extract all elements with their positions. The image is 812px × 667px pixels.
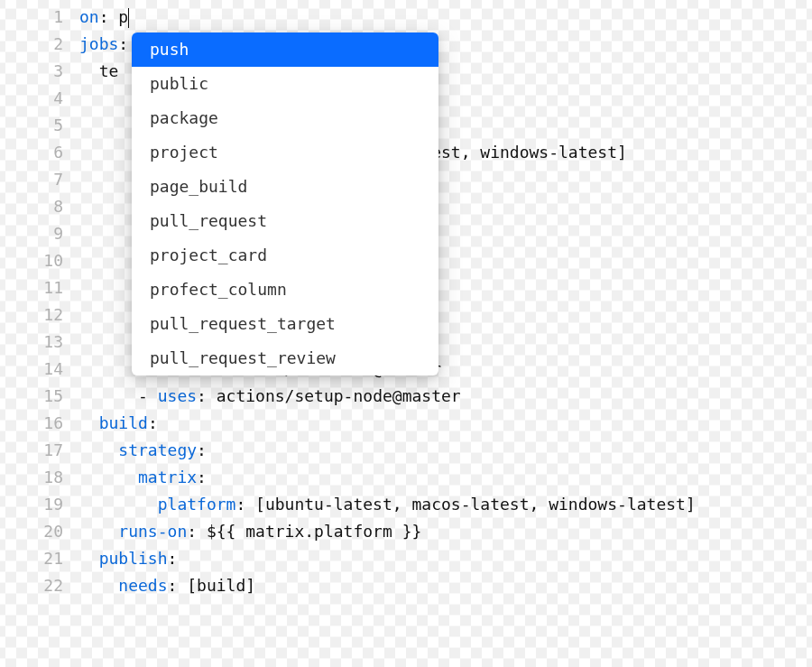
code-line[interactable]: 16 build: — [0, 410, 812, 437]
autocomplete-item[interactable]: project — [132, 135, 438, 170]
autocomplete-item[interactable]: profect_column — [132, 273, 438, 307]
autocomplete-item[interactable]: push — [132, 32, 438, 67]
code-content[interactable]: matrix: — [79, 464, 207, 491]
code-line[interactable]: 1on: p — [0, 4, 812, 31]
code-content[interactable]: - uses: actions/setup-node@master — [79, 383, 461, 410]
line-number: 16 — [0, 410, 79, 437]
line-number: 15 — [0, 383, 79, 410]
code-content[interactable]: strategy: — [79, 437, 207, 464]
line-number: 13 — [0, 329, 79, 356]
code-line[interactable]: 22 needs: [build] — [0, 572, 812, 599]
code-content[interactable]: publish: — [79, 545, 177, 572]
line-number: 19 — [0, 491, 79, 518]
code-content[interactable]: needs: [build] — [79, 572, 255, 599]
autocomplete-item[interactable]: public — [132, 67, 438, 101]
line-number: 7 — [0, 166, 79, 193]
code-content[interactable]: platform: [ubuntu-latest, macos-latest, … — [79, 491, 696, 518]
line-number: 17 — [0, 437, 79, 464]
code-content[interactable]: te — [79, 58, 118, 85]
code-line[interactable]: 19 platform: [ubuntu-latest, macos-lates… — [0, 491, 812, 518]
autocomplete-item[interactable]: page_build — [132, 170, 438, 204]
autocomplete-item[interactable]: package — [132, 101, 438, 135]
autocomplete-item[interactable]: pull_request_review — [132, 341, 438, 375]
line-number: 1 — [0, 4, 79, 31]
line-number: 3 — [0, 58, 79, 85]
line-number: 2 — [0, 31, 79, 58]
text-cursor — [128, 8, 129, 28]
line-number: 22 — [0, 572, 79, 599]
code-content[interactable]: runs-on: ${{ matrix.platform }} — [79, 518, 421, 545]
autocomplete-item[interactable]: project_card — [132, 238, 438, 273]
autocomplete-item[interactable]: pull_request_target — [132, 307, 438, 341]
line-number: 21 — [0, 545, 79, 572]
code-content[interactable]: on: p — [79, 4, 129, 31]
code-line[interactable]: 21 publish: — [0, 545, 812, 572]
line-number: 12 — [0, 301, 79, 329]
line-number: 4 — [0, 85, 79, 112]
line-number: 20 — [0, 518, 79, 545]
code-line[interactable]: 18 matrix: — [0, 464, 812, 491]
code-line[interactable]: 20 runs-on: ${{ matrix.platform }} — [0, 518, 812, 545]
line-number: 8 — [0, 193, 79, 220]
code-line[interactable]: 17 strategy: — [0, 437, 812, 464]
line-number: 18 — [0, 464, 79, 491]
line-number: 5 — [0, 112, 79, 139]
code-content[interactable]: jobs: — [79, 31, 128, 58]
line-number: 11 — [0, 274, 79, 301]
autocomplete-item[interactable]: pull_request — [132, 204, 438, 238]
line-number: 10 — [0, 247, 79, 274]
line-number: 14 — [0, 356, 79, 383]
code-line[interactable]: 15 - uses: actions/setup-node@master — [0, 383, 812, 410]
line-number: 6 — [0, 139, 79, 166]
autocomplete-popup: pushpublicpackageprojectpage_buildpull_r… — [132, 32, 438, 375]
code-content[interactable]: build: — [79, 410, 158, 437]
line-number: 9 — [0, 220, 79, 247]
